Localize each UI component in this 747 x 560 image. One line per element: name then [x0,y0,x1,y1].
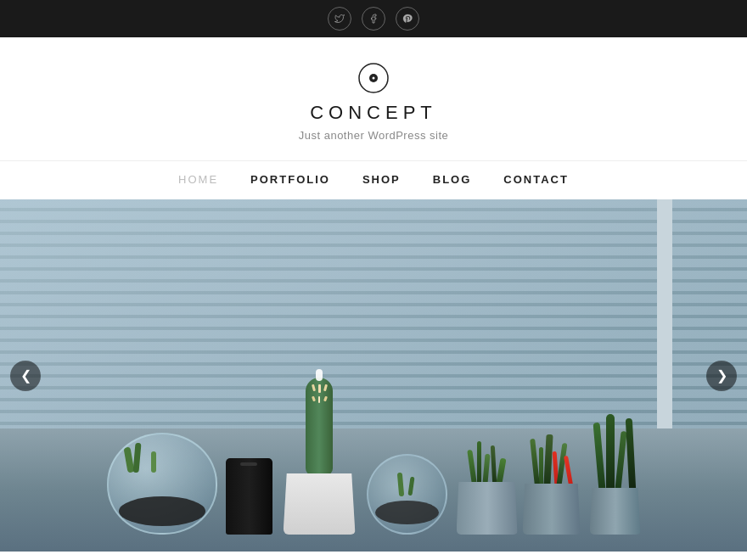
main-nav: HOME PORTFOLIO SHOP BLOG CONTACT [0,160,747,199]
next-icon: ❯ [716,367,727,384]
twitter-icon[interactable] [328,7,351,31]
slider-prev-button[interactable]: ❮ [10,361,41,391]
social-bar [0,0,747,37]
hero-slider: ❮ ❯ [0,199,747,552]
dark-jar [226,458,272,535]
site-logo-icon [357,61,390,95]
nav-item-blog[interactable]: BLOG [433,173,472,186]
pinterest-icon[interactable] [396,7,419,31]
site-title: CONCEPT [310,102,437,124]
nav-item-contact[interactable]: CONTACT [503,173,569,186]
glass-bowl-small [367,454,447,535]
tall-plant-right [590,414,641,535]
plants-scene [0,199,747,552]
facebook-icon[interactable] [362,7,385,31]
nav-item-portfolio[interactable]: PORTFOLIO [250,173,330,186]
cactus-plant [284,378,356,535]
metal-bucket-1 [457,437,518,535]
glass-bowl-large [107,433,217,535]
nav-item-shop[interactable]: SHOP [362,173,401,186]
metal-bucket-2 [523,434,581,535]
prev-icon: ❮ [20,367,31,384]
site-header: CONCEPT Just another WordPress site HOME… [0,37,747,199]
nav-item-home[interactable]: HOME [178,173,218,186]
svg-point-2 [373,77,375,80]
site-tagline: Just another WordPress site [299,129,449,142]
slider-next-button[interactable]: ❯ [706,361,737,391]
